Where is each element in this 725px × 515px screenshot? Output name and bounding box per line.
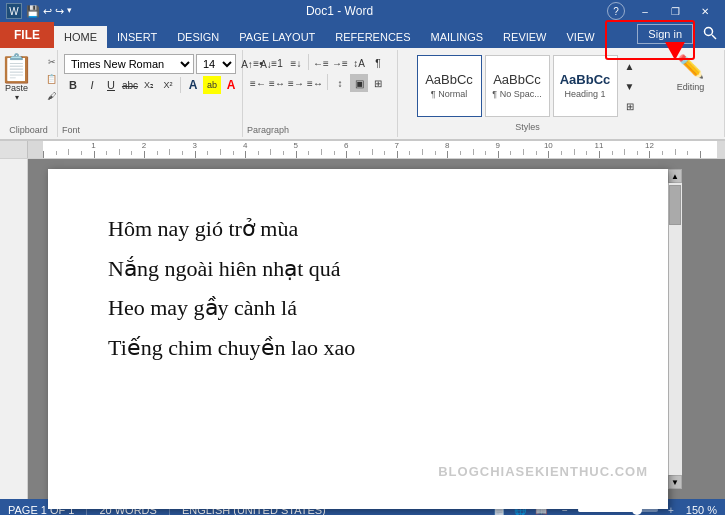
page-with-scrollbar: Hôm nay gió trở mùa Nắng ngoài hiên nhạt… [48, 169, 705, 489]
ruler-margin-right [717, 141, 725, 158]
ribbon-tab-bar: FILE HOME INSERT DESIGN PAGE LAYOUT REFE… [0, 22, 725, 48]
paragraph-group: ≡• ≡1 ≡↓ ←≡ →≡ ↕A ¶ ≡← ≡↔ ≡→ ≡↔ [243, 50, 398, 137]
search-button[interactable] [699, 22, 721, 44]
minimize-button[interactable]: – [631, 0, 659, 22]
insert-tab[interactable]: INSERT [107, 26, 167, 48]
paste-button[interactable]: 📋 Paste ▾ [0, 52, 39, 104]
font-color-button[interactable]: A [222, 76, 240, 94]
styles-more-button[interactable]: ⊞ [621, 97, 639, 115]
editing-text: Editing [677, 82, 705, 92]
review-tab[interactable]: REVIEW [493, 26, 556, 48]
sort-button[interactable]: ↕A [350, 54, 368, 72]
increase-indent-button[interactable]: →≡ [331, 54, 349, 72]
mailings-tab[interactable]: MAILINGS [421, 26, 494, 48]
document-area: Hôm nay gió trở mùa Nắng ngoài hiên nhạt… [0, 159, 725, 499]
style-normal-item[interactable]: AaBbCc ¶ Normal [417, 55, 482, 117]
italic-button[interactable]: I [83, 76, 101, 94]
decrease-indent-button[interactable]: ←≡ [312, 54, 330, 72]
scroll-track [669, 183, 681, 475]
editing-group: ✏️ Editing [657, 50, 725, 137]
ruler-margin-left [28, 141, 43, 158]
zoom-level: 150 % [686, 504, 717, 515]
line-spacing-button[interactable]: ↕ [331, 74, 349, 92]
numbered-list-button[interactable]: ≡1 [268, 54, 286, 72]
file-tab[interactable]: FILE [0, 22, 54, 48]
zoom-fill [578, 508, 634, 512]
paste-label: Paste [5, 83, 28, 93]
undo-icon[interactable]: ↩ [43, 5, 52, 18]
style-normal-preview: AaBbCc [425, 72, 473, 87]
search-icon [703, 26, 717, 40]
font-name-select[interactable]: Times New Roman [64, 54, 194, 74]
page-area: Hôm nay gió trở mùa Nắng ngoài hiên nhạt… [28, 159, 725, 499]
styles-label: Styles [515, 120, 540, 132]
underline-button[interactable]: U [102, 76, 120, 94]
ruler-main: 123456789101112 [28, 141, 725, 158]
zoom-thumb[interactable] [632, 505, 642, 515]
page-layout-tab[interactable]: PAGE LAYOUT [229, 26, 325, 48]
editing-icon-area[interactable]: ✏️ [677, 54, 704, 80]
word-logo-icon: W [6, 3, 22, 19]
quick-access-toolbar: 💾 ↩ ↪ ▾ [26, 5, 72, 18]
styles-group: AaBbCc ¶ Normal AaBbCc ¶ No Spac... AaBb… [398, 50, 657, 137]
close-button[interactable]: ✕ [691, 0, 719, 22]
styles-scroll-buttons: ▲ ▼ ⊞ [621, 57, 639, 115]
subscript-button[interactable]: X₂ [140, 76, 158, 94]
scroll-up-button[interactable]: ▲ [668, 169, 682, 183]
paste-icon: 📋 [0, 55, 34, 83]
style-heading-label: Heading 1 [564, 89, 605, 100]
paragraph-label: Paragraph [247, 123, 289, 135]
signin-button[interactable]: Sign in [637, 24, 693, 44]
vertical-scrollbar: ▲ ▼ [668, 169, 682, 489]
svg-point-0 [705, 28, 713, 36]
multilevel-list-button[interactable]: ≡↓ [287, 54, 305, 72]
scroll-down-button[interactable]: ▼ [668, 475, 682, 489]
align-right-button[interactable]: ≡→ [287, 74, 305, 92]
clipboard-group: 📋 Paste ▾ ✂ 📋 🖌 Clipboard [0, 50, 58, 137]
superscript-button[interactable]: X² [159, 76, 177, 94]
references-tab[interactable]: REFERENCES [325, 26, 420, 48]
left-sidebar [0, 159, 28, 499]
editing-icon: ✏️ [677, 54, 704, 80]
font-group: Times New Roman 14 A↑ A↓ B I U [58, 50, 243, 137]
show-marks-button[interactable]: ¶ [369, 54, 387, 72]
document-line-4: Tiếng chim chuyền lao xao [108, 328, 608, 368]
title-bar: W 💾 ↩ ↪ ▾ Doc1 - Word ? – ❐ ✕ [0, 0, 725, 22]
paste-dropdown-arrow: ▾ [15, 93, 19, 102]
text-effects-button[interactable]: A [184, 76, 202, 94]
shading-button[interactable]: ▣ [350, 74, 368, 92]
bold-button[interactable]: B [64, 76, 82, 94]
design-tab[interactable]: DESIGN [167, 26, 229, 48]
zoom-slider[interactable] [578, 508, 658, 512]
title-bar-left: W 💾 ↩ ↪ ▾ [6, 3, 72, 19]
watermark: BLOGCHIASEKIENTHUC.COM [438, 464, 648, 479]
highlight-button[interactable]: ab [203, 76, 221, 94]
styles-box: AaBbCc ¶ Normal AaBbCc ¶ No Spac... AaBb… [415, 52, 641, 120]
strikethrough-button[interactable]: abc [121, 76, 139, 94]
home-tab[interactable]: HOME [54, 26, 107, 48]
style-heading-preview: AaBbCc [560, 72, 611, 87]
align-buttons-row: ≡← ≡↔ ≡→ ≡↔ ↕ ▣ ⊞ [249, 74, 387, 92]
style-nospace-item[interactable]: AaBbCc ¶ No Spac... [485, 55, 550, 117]
bullet-list-button[interactable]: ≡• [249, 54, 267, 72]
window-title: Doc1 - Word [72, 4, 607, 18]
help-button[interactable]: ? [607, 2, 625, 20]
scroll-thumb[interactable] [669, 185, 681, 225]
border-button[interactable]: ⊞ [369, 74, 387, 92]
view-tab[interactable]: VIEW [557, 26, 605, 48]
para-sep1 [308, 54, 309, 70]
justify-button[interactable]: ≡↔ [306, 74, 324, 92]
styles-scroll-down-button[interactable]: ▼ [621, 77, 639, 95]
ruler: 123456789101112 [0, 141, 725, 159]
styles-scroll-up-button[interactable]: ▲ [621, 57, 639, 75]
document-page[interactable]: Hôm nay gió trở mùa Nắng ngoài hiên nhạt… [48, 169, 668, 509]
redo-icon[interactable]: ↪ [55, 5, 64, 18]
font-label: Font [62, 123, 80, 135]
align-left-button[interactable]: ≡← [249, 74, 267, 92]
restore-button[interactable]: ❐ [661, 0, 689, 22]
save-icon[interactable]: 💾 [26, 5, 40, 18]
font-size-select[interactable]: 14 [196, 54, 236, 74]
style-nospace-label: ¶ No Spac... [492, 89, 541, 100]
style-heading-item[interactable]: AaBbCc Heading 1 [553, 55, 618, 117]
align-center-button[interactable]: ≡↔ [268, 74, 286, 92]
